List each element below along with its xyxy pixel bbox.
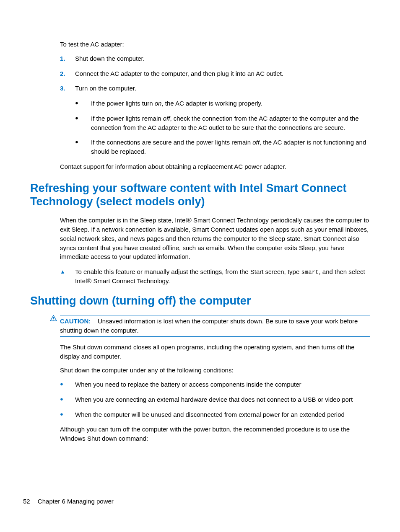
- caution-block: CAUTION: Unsaved information is lost whe…: [50, 315, 370, 337]
- contact-text: Contact support for information about ob…: [60, 162, 370, 171]
- list-item: ● When you are connecting an external ha…: [60, 395, 370, 404]
- bullet-text: If the power lights turn on, the AC adap…: [91, 99, 370, 108]
- bullet-icon: ●: [75, 138, 91, 156]
- tip-text: To enable this feature or manually adjus…: [75, 267, 370, 286]
- list-item: ● If the connections are secure and the …: [75, 138, 370, 156]
- caution-body: Unsaved information is lost when the com…: [60, 318, 358, 334]
- triangle-up-icon: ▲: [60, 267, 75, 286]
- section-heading-refresh: Refreshing your software content with In…: [30, 181, 370, 209]
- shutdown-p1: The Shut down command closes all open pr…: [60, 343, 370, 361]
- bullet-text: When you are connecting an external hard…: [75, 395, 370, 404]
- bullet-text: If the power lights remain off, check th…: [91, 114, 370, 132]
- tip-row: ▲ To enable this feature or manually adj…: [60, 267, 370, 286]
- list-item: 2. Connect the AC adapter to the compute…: [60, 69, 370, 78]
- bullet-icon: ●: [60, 380, 75, 389]
- sub-bullet-list: ● If the power lights turn on, the AC ad…: [75, 99, 370, 156]
- caution-icon: [50, 315, 57, 321]
- refresh-paragraph: When the computer is in the Sleep state,…: [60, 216, 370, 261]
- list-item: ● If the power lights remain off, check …: [75, 114, 370, 132]
- step-number: 2.: [60, 69, 75, 78]
- bullet-icon: ●: [60, 410, 75, 419]
- list-item: ● When the computer will be unused and d…: [60, 410, 370, 419]
- step-text: Connect the AC adapter to the computer, …: [75, 69, 370, 78]
- step-text: Shut down the computer.: [75, 54, 370, 63]
- svg-point-1: [53, 320, 54, 320]
- bullet-icon: ●: [60, 395, 75, 404]
- step-number: 1.: [60, 54, 75, 63]
- shutdown-p3: Although you can turn off the computer w…: [60, 425, 370, 443]
- intro-text: To test the AC adapter:: [60, 40, 370, 49]
- caution-text-col: CAUTION: Unsaved information is lost whe…: [60, 315, 370, 337]
- bullet-text: When the computer will be unused and dis…: [75, 410, 370, 419]
- caution-text: [93, 318, 98, 325]
- page-number: 52: [23, 498, 30, 505]
- bullet-icon: ●: [75, 99, 91, 108]
- page-footer: 52 Chapter 6 Managing power: [23, 497, 114, 506]
- bullet-text: If the connections are secure and the po…: [91, 138, 370, 156]
- caution-label: CAUTION:: [60, 318, 91, 325]
- list-item: 3. Turn on the computer.: [60, 84, 370, 93]
- section-heading-shutdown: Shutting down (turning off) the computer: [30, 294, 370, 307]
- ordered-steps: 1. Shut down the computer. 2. Connect th…: [60, 54, 370, 93]
- page-content: To test the AC adapter: 1. Shut down the…: [0, 0, 400, 443]
- list-item: ● If the power lights turn on, the AC ad…: [75, 99, 370, 108]
- bullet-text: When you need to replace the battery or …: [75, 380, 370, 389]
- list-item: 1. Shut down the computer.: [60, 54, 370, 63]
- chapter-title: Chapter 6 Managing power: [38, 498, 114, 505]
- step-number: 3.: [60, 84, 75, 93]
- shutdown-conditions-list: ● When you need to replace the battery o…: [60, 380, 370, 419]
- step-text: Turn on the computer.: [75, 84, 370, 93]
- list-item: ● When you need to replace the battery o…: [60, 380, 370, 389]
- shutdown-p2: Shut down the computer under any of the …: [60, 366, 370, 375]
- bullet-icon: ●: [75, 114, 91, 132]
- caution-icon-col: [50, 315, 60, 337]
